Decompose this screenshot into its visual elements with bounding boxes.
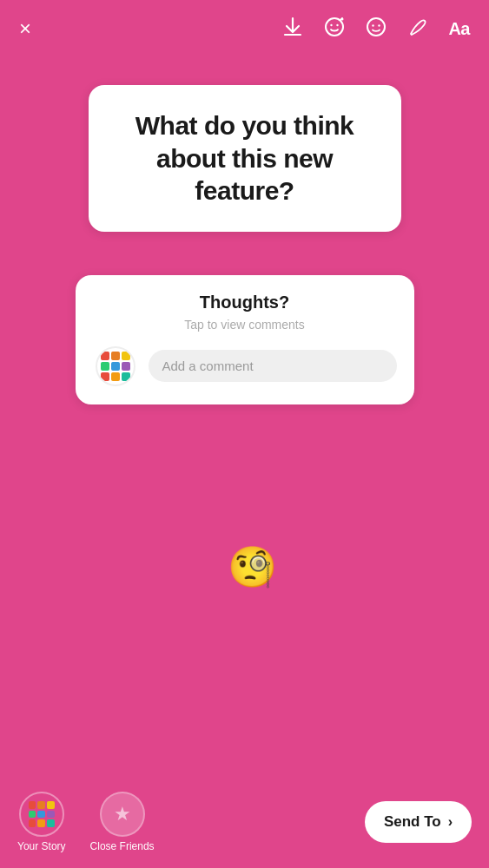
nav-options: Your Story ★ Close Friends [17,792,365,852]
question-text: What do you think about this new feature… [115,109,375,207]
svg-point-0 [326,18,343,36]
grid-cell-6 [122,362,130,371]
text-tool-button[interactable]: Aa [448,19,470,39]
grid-cell-3 [122,352,130,360]
svg-point-5 [373,24,374,26]
svg-point-4 [367,18,385,36]
floating-emoji: 🧐 [228,543,277,590]
close-friends-option[interactable]: ★ Close Friends [90,792,155,852]
grid-cell-2 [111,352,120,360]
interaction-card[interactable]: Thoughts? Tap to view comments [76,275,414,404]
comment-input[interactable]: Add a comment [149,350,397,382]
toolbar-left: × [19,18,31,39]
your-story-label: Your Story [17,840,66,852]
question-sticker: What do you think about this new feature… [89,85,401,232]
your-story-option[interactable]: Your Story [17,792,66,852]
draw-icon[interactable] [406,16,429,42]
bottom-nav: Your Story ★ Close Friends Send To › [0,781,489,868]
comment-row: Add a comment [93,344,397,389]
svg-point-1 [331,24,333,26]
tap-to-view-label[interactable]: Tap to view comments [93,318,397,332]
chevron-right-icon: › [448,814,453,830]
toolbar: × [0,0,489,50]
grid-cell-8 [111,372,120,381]
main-content: What do you think about this new feature… [0,50,489,781]
close-friends-icon: ★ [100,792,145,837]
close-button[interactable]: × [19,18,31,39]
grid-cell-1 [101,352,109,360]
close-friends-label: Close Friends [90,840,155,852]
sticker-face-icon[interactable] [323,16,346,42]
send-to-label: Send To [384,813,441,831]
story-container: × [0,0,489,868]
grid-cell-5 [111,362,120,371]
toolbar-right: Aa [281,16,470,42]
user-avatar [93,344,138,389]
grid-cell-7 [101,372,109,381]
svg-point-2 [337,24,339,26]
face-icon[interactable] [365,16,387,42]
grid-cell-9 [122,372,130,381]
grid-cell-4 [101,362,109,371]
svg-point-3 [341,18,344,21]
send-to-button[interactable]: Send To › [365,801,472,843]
comment-placeholder: Add a comment [162,358,254,373]
avatar-grid [96,346,135,386]
svg-point-6 [379,24,380,26]
card-title: Thoughts? [93,293,397,312]
download-icon[interactable] [281,16,304,42]
your-story-icon [19,792,64,837]
